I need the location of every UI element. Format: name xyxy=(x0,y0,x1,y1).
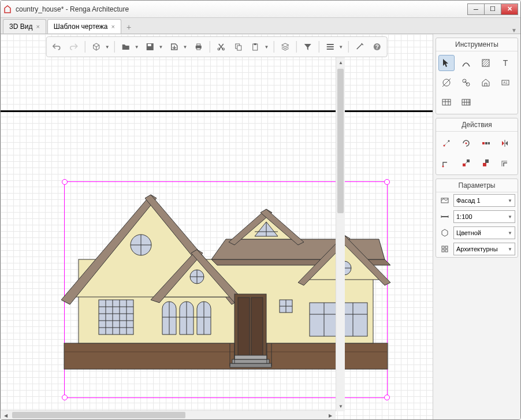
section-tool[interactable] xyxy=(478,75,494,91)
offset-action[interactable] xyxy=(497,155,513,171)
redo-button[interactable] xyxy=(66,39,81,54)
undo-button[interactable] xyxy=(49,39,64,54)
vertical-scrollbar[interactable]: ▲ ▼ xyxy=(336,57,345,411)
svg-rect-106 xyxy=(483,163,486,166)
line-tool[interactable] xyxy=(458,55,474,71)
cut-button[interactable] xyxy=(213,39,228,54)
tools-panel-title: Инструменты xyxy=(436,38,518,51)
dropdown-icon[interactable]: ▼ xyxy=(105,44,110,50)
scroll-up-icon[interactable]: ▲ xyxy=(337,58,345,66)
svg-rect-62 xyxy=(230,363,271,367)
style-select[interactable]: Цветной▼ xyxy=(453,226,515,239)
svg-text:T: T xyxy=(503,58,508,68)
svg-rect-112 xyxy=(442,246,444,248)
tab-overflow-icon[interactable]: ▼ xyxy=(511,27,517,34)
svg-rect-86 xyxy=(442,99,451,105)
selection-handle-br[interactable] xyxy=(384,395,390,400)
table-tool[interactable] xyxy=(438,94,455,110)
filter-button[interactable] xyxy=(300,39,315,54)
tab-close-icon[interactable]: × xyxy=(36,23,39,30)
save-button[interactable] xyxy=(143,39,158,54)
scrollbar-thumb[interactable] xyxy=(337,69,344,213)
params-panel-title: Параметры xyxy=(436,179,518,192)
label-tool[interactable]: A1 xyxy=(497,75,513,91)
select-tool[interactable] xyxy=(438,55,455,71)
svg-rect-60 xyxy=(238,298,250,360)
cube-button[interactable] xyxy=(89,39,104,54)
dropdown-icon[interactable]: ▼ xyxy=(159,44,163,50)
main-toolbar: ▼ ▼ ▼ ▼ ▼ ▼ ? xyxy=(46,36,388,57)
paper-edge xyxy=(1,110,433,112)
svg-rect-107 xyxy=(485,159,489,163)
copy-button[interactable] xyxy=(230,39,245,54)
svg-rect-46 xyxy=(99,300,133,334)
export-button[interactable] xyxy=(167,39,182,54)
scale-icon xyxy=(438,212,451,221)
svg-line-80 xyxy=(442,79,451,87)
view-icon xyxy=(438,196,451,205)
text-tool[interactable]: T xyxy=(497,55,513,71)
scale-action[interactable] xyxy=(458,155,474,171)
move-action[interactable] xyxy=(438,135,455,151)
hatch-tool[interactable] xyxy=(478,55,494,71)
close-button[interactable]: ✕ xyxy=(501,3,518,15)
rotate-action[interactable] xyxy=(458,135,474,151)
settings-button[interactable] xyxy=(352,39,367,54)
svg-line-105 xyxy=(466,162,467,163)
copy-action[interactable] xyxy=(478,135,494,151)
canvas[interactable]: ▼ ▼ ▼ ▼ ▼ ▼ ? xyxy=(1,34,433,419)
svg-rect-4 xyxy=(196,44,200,46)
svg-rect-5 xyxy=(196,48,200,50)
svg-rect-103 xyxy=(463,163,466,166)
svg-line-97 xyxy=(445,142,448,145)
view-select[interactable]: Фасад 1▼ xyxy=(453,194,515,207)
svg-rect-64 xyxy=(235,355,267,359)
scroll-down-icon[interactable]: ▼ xyxy=(337,402,345,410)
print-button[interactable] xyxy=(191,39,206,54)
scale-select[interactable]: 1:100▼ xyxy=(453,210,515,223)
tab-label: 3D Вид xyxy=(9,23,32,31)
stretch-action[interactable] xyxy=(438,155,455,171)
maximize-button[interactable]: ☐ xyxy=(484,3,501,15)
svg-rect-63 xyxy=(232,359,269,363)
dropdown-icon[interactable]: ▼ xyxy=(264,44,269,50)
svg-rect-100 xyxy=(485,142,487,144)
layers-button[interactable] xyxy=(277,39,292,54)
open-button[interactable] xyxy=(118,39,133,54)
grid-tool[interactable] xyxy=(458,94,474,110)
help-button[interactable]: ? xyxy=(369,39,384,54)
paste-button[interactable] xyxy=(248,39,263,54)
detail-icon xyxy=(438,244,451,254)
svg-rect-12 xyxy=(326,44,333,45)
dimension-tool[interactable] xyxy=(438,75,455,91)
svg-rect-99 xyxy=(482,142,485,144)
selection-handle-bl[interactable] xyxy=(62,395,68,400)
dropdown-icon[interactable]: ▼ xyxy=(183,44,188,50)
tab-close-icon[interactable]: × xyxy=(111,23,115,30)
mirror-action[interactable] xyxy=(497,135,513,151)
tabbar: 3D Вид × Шаблон чертежа × + ▼ xyxy=(1,18,520,34)
svg-rect-108 xyxy=(441,198,448,203)
trim-action[interactable] xyxy=(478,155,494,171)
horizontal-scrollbar[interactable]: ◀ ▶ xyxy=(1,410,336,419)
svg-rect-13 xyxy=(326,46,333,47)
detail-select[interactable]: Архитектурны▼ xyxy=(453,243,515,255)
scroll-left-icon[interactable]: ◀ xyxy=(2,411,10,419)
svg-rect-11 xyxy=(254,43,256,45)
svg-rect-113 xyxy=(445,246,448,248)
svg-rect-61 xyxy=(251,298,263,360)
dropdown-icon[interactable]: ▼ xyxy=(338,44,343,50)
svg-rect-14 xyxy=(326,49,333,50)
tab-drawing-template[interactable]: Шаблон чертежа × xyxy=(47,19,121,34)
dropdown-icon[interactable]: ▼ xyxy=(135,44,139,50)
tab-3d-view[interactable]: 3D Вид × xyxy=(3,19,46,34)
tab-add-button[interactable]: + xyxy=(122,21,135,34)
window-title: country_house* - Renga Architecture xyxy=(16,5,129,13)
right-sidebar: Инструменты T A1 Действия xyxy=(433,34,520,419)
minimize-button[interactable]: ─ xyxy=(467,3,485,15)
scroll-right-icon[interactable]: ▶ xyxy=(326,411,334,419)
axis-tool[interactable] xyxy=(458,75,474,91)
properties-button[interactable] xyxy=(322,39,337,54)
scrollbar-thumb[interactable] xyxy=(12,412,185,418)
style-icon xyxy=(438,228,451,237)
